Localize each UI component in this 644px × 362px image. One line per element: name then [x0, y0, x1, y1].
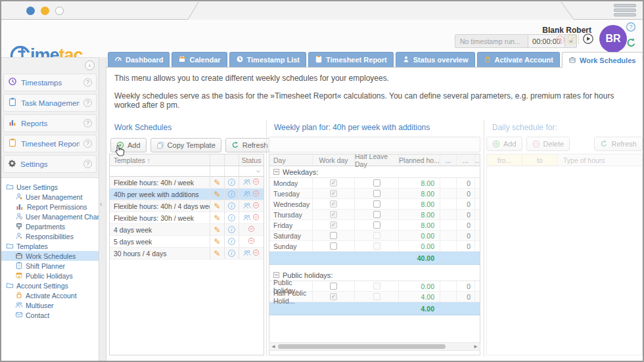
tree-item-public-holidays[interactable]: Public Holidays	[1, 271, 99, 281]
scroll-right-icon[interactable]: ►	[472, 343, 480, 350]
day-row[interactable]: Friday✓8.000	[269, 220, 480, 231]
scroll-left-icon[interactable]: ◄	[269, 343, 277, 350]
tree-item-multiuser[interactable]: Multiuser	[1, 300, 99, 310]
assigned-users-icon[interactable]	[243, 202, 251, 211]
tab-dashboard[interactable]: Dashboard	[108, 52, 170, 67]
collapse-group-icon[interactable]	[273, 272, 279, 278]
tree-item-activate-account[interactable]: Activate Account	[1, 290, 99, 300]
templates-filter-row[interactable]	[110, 166, 264, 177]
sidebar-item-timesheet-report[interactable]: Timesheet Report?	[3, 135, 97, 152]
assigned-users-icon[interactable]	[243, 214, 251, 223]
copy-template-button[interactable]: Copy Template	[150, 138, 221, 152]
tab-timesheet-report[interactable]: Timesheet Report	[308, 52, 394, 67]
deactivate-icon[interactable]	[248, 237, 255, 246]
deactivate-icon[interactable]	[252, 249, 260, 258]
group-header[interactable]: Weekdays:	[269, 166, 480, 178]
help-icon[interactable]: ?	[83, 78, 92, 87]
tab-status-overview[interactable]: Status overview	[396, 52, 475, 67]
tree-item-user-management[interactable]: User Management	[1, 192, 99, 202]
info-icon[interactable]: i	[228, 202, 235, 210]
day-row[interactable]: Monday✓8.000	[269, 178, 480, 189]
assigned-users-icon[interactable]	[243, 178, 251, 187]
edit-icon[interactable]: ✎	[214, 226, 220, 234]
sidebar-collapse-icon[interactable]: ‹	[85, 60, 95, 70]
edit-icon[interactable]: ✎	[214, 238, 220, 246]
deactivate-icon[interactable]	[252, 214, 260, 222]
refresh-session-icon[interactable]	[626, 37, 637, 51]
deactivate-icon[interactable]	[248, 225, 255, 234]
collapse-group-icon[interactable]	[273, 169, 279, 175]
tab-activate-account[interactable]: Activate Account	[477, 52, 560, 67]
help-icon[interactable]: ?	[83, 160, 92, 168]
deactivate-icon[interactable]	[252, 202, 260, 210]
info-icon[interactable]: i	[228, 238, 235, 245]
template-row[interactable]: 30 hours / 4 days✎i	[110, 248, 264, 260]
sidebar-item-reports[interactable]: Reports?	[3, 114, 97, 132]
edit-icon[interactable]: ✎	[214, 214, 220, 222]
day-row[interactable]: Sunday0.000	[269, 241, 480, 252]
column-header[interactable]: ..	[474, 154, 480, 166]
sidebar-item-timestamps[interactable]: Timestamps?	[3, 74, 97, 91]
tree-item-user-settings[interactable]: User Settings	[1, 182, 99, 192]
sidebar-splitter[interactable]: ‹	[99, 57, 106, 361]
weekly-plan-header[interactable]: DayWork dayHalf Leave DayPlanned ho.....…	[269, 154, 480, 166]
help-icon[interactable]: ?	[83, 139, 92, 148]
browser-menu-icon[interactable]	[614, 4, 636, 18]
info-icon[interactable]: i	[228, 191, 235, 198]
column-header[interactable]: Day	[269, 154, 312, 166]
day-row[interactable]: Wednesday✓8.000	[269, 199, 480, 210]
info-icon[interactable]: i	[228, 179, 235, 186]
work-day-checkbox[interactable]: ✓	[330, 211, 337, 218]
info-icon[interactable]: i	[228, 214, 235, 221]
work-day-checkbox[interactable]: ✓	[330, 179, 337, 187]
half-leave-checkbox[interactable]	[373, 232, 380, 239]
half-leave-checkbox[interactable]	[373, 211, 380, 218]
assigned-users-icon[interactable]	[243, 190, 251, 199]
edit-icon[interactable]: ✎	[214, 191, 220, 198]
scrollbar-thumb[interactable]	[278, 344, 446, 349]
tree-item-contact[interactable]: Contact	[1, 310, 99, 320]
tab-timestamp-list[interactable]: Timestamp List	[229, 52, 307, 67]
close-tab-icon[interactable]: ×	[641, 53, 644, 61]
half-leave-checkbox[interactable]	[373, 283, 380, 290]
tree-item-report-permissions[interactable]: Report Permissions	[1, 202, 99, 212]
user-name[interactable]: Blank Robert	[455, 26, 591, 35]
day-row[interactable]: Saturday0.000	[269, 231, 480, 241]
tree-item-account-settings[interactable]: Account Settings	[1, 281, 99, 290]
daily-delete-button[interactable]: Delete	[526, 137, 570, 151]
templates-table-header[interactable]: Templates ↑ Status	[110, 154, 264, 166]
half-leave-checkbox[interactable]	[373, 200, 380, 208]
sidebar-item-settings[interactable]: Settings?	[3, 155, 97, 173]
half-leave-checkbox[interactable]	[373, 242, 380, 250]
info-icon[interactable]: i	[228, 226, 235, 233]
template-row[interactable]: 40h per week with additions✎i	[110, 189, 264, 200]
work-day-checkbox[interactable]	[330, 283, 337, 290]
tree-item-departments[interactable]: Departments	[1, 221, 99, 231]
avatar[interactable]: BR	[599, 25, 627, 53]
tree-item-templates[interactable]: Templates	[1, 241, 99, 251]
tab-work-schedules[interactable]: Work Schedules×	[562, 52, 644, 68]
day-row[interactable]: Half Public Holid...✓4.000	[269, 292, 480, 302]
start-timestamp-icon[interactable]	[582, 33, 594, 47]
tree-item-shift-planner[interactable]: 7Shift Planner	[1, 261, 99, 271]
work-day-checkbox[interactable]	[330, 232, 337, 239]
tree-item-responsibilities[interactable]: Responsibilities	[1, 231, 99, 241]
daily-add-button[interactable]: Add	[486, 137, 522, 151]
column-header[interactable]: Half Leave Day	[354, 154, 398, 166]
tree-item-user-management-changelog[interactable]: User Management Changelog	[1, 212, 99, 221]
day-row[interactable]: Thursday✓8.000	[269, 210, 480, 220]
work-day-checkbox[interactable]: ✓	[330, 190, 337, 197]
work-day-checkbox[interactable]: ✓	[330, 200, 337, 208]
horizontal-scrollbar[interactable]: ◄ ►	[269, 342, 480, 351]
half-leave-checkbox[interactable]	[373, 221, 380, 229]
work-day-checkbox[interactable]	[330, 242, 337, 250]
day-row[interactable]: Tuesday✓8.000	[269, 189, 480, 199]
assigned-users-icon[interactable]	[243, 249, 251, 258]
half-leave-checkbox[interactable]	[373, 190, 380, 197]
half-leave-checkbox[interactable]	[373, 179, 380, 187]
column-header[interactable]: ...	[456, 154, 474, 166]
edit-icon[interactable]: ✎	[214, 202, 220, 210]
daily-refresh-button[interactable]: Refresh	[594, 137, 643, 151]
column-header[interactable]: ...	[440, 154, 456, 166]
edit-icon[interactable]: ✎	[214, 250, 220, 258]
